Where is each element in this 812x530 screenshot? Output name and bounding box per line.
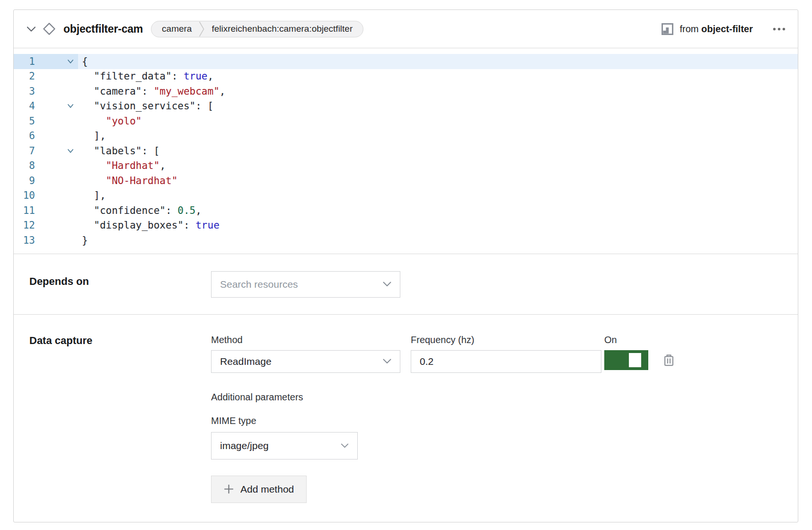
capture-method-row: Method ReadImage Frequency (hz) On: [211, 335, 798, 373]
code-line[interactable]: 2 "filter_data": true,: [14, 69, 798, 84]
data-capture-heading: Data capture: [29, 335, 211, 347]
collapse-chevron-icon[interactable]: [26, 26, 36, 32]
line-gutter: 12: [14, 218, 78, 233]
chevron-down-icon: [383, 359, 391, 364]
code-line[interactable]: 1{: [14, 54, 798, 69]
line-gutter: 10: [14, 188, 78, 203]
code-line[interactable]: 4 "vision_services": [: [14, 99, 798, 114]
toggle-row: [604, 350, 675, 370]
component-diamond-icon: [42, 22, 56, 36]
line-number: 9: [14, 175, 35, 186]
add-method-label: Add method: [240, 484, 294, 495]
line-gutter: 5: [14, 114, 78, 129]
depends-on-left: Depends on: [14, 271, 211, 288]
from-module-label: from object-filter: [680, 24, 753, 35]
code-text: {: [78, 54, 798, 69]
line-gutter: 2: [14, 69, 78, 84]
line-gutter: 9: [14, 173, 78, 188]
line-number: 3: [14, 86, 35, 97]
json-editor[interactable]: 1{2 "filter_data": true,3 "camera": "my_…: [14, 48, 798, 254]
line-number: 5: [14, 115, 35, 127]
capture-toggle-field: On: [604, 335, 675, 370]
frequency-input[interactable]: [411, 350, 601, 373]
depends-on-section: Depends on Search resources: [14, 254, 798, 314]
frequency-field: Frequency (hz): [411, 335, 601, 373]
code-text: "vision_services": [: [78, 99, 798, 114]
line-number: 4: [14, 100, 35, 112]
code-text: "yolo": [78, 114, 798, 129]
line-number: 12: [14, 220, 35, 231]
method-value: ReadImage: [220, 356, 272, 367]
line-gutter: 6: [14, 129, 78, 144]
line-gutter: 11: [14, 203, 78, 218]
code-line[interactable]: 9 "NO-Hardhat": [14, 173, 798, 188]
line-gutter: 13: [14, 233, 78, 248]
line-gutter: 8: [14, 159, 78, 174]
resource-title: objectfilter-cam: [63, 23, 143, 35]
code-line[interactable]: 13}: [14, 233, 798, 248]
data-capture-section: Data capture Method ReadImage Frequency …: [14, 314, 798, 522]
method-select[interactable]: ReadImage: [211, 350, 400, 373]
mime-type-label: MIME type: [211, 415, 798, 426]
line-number: 6: [14, 130, 35, 141]
capture-on-label: On: [604, 335, 675, 344]
code-text: "labels": [: [78, 143, 798, 159]
resource-type-label: camera: [162, 24, 192, 34]
code-line[interactable]: 11 "confidence": 0.5,: [14, 203, 798, 218]
line-gutter: 1: [14, 54, 78, 69]
method-field: Method ReadImage: [211, 335, 400, 373]
mime-type-select[interactable]: image/jpeg: [211, 432, 358, 459]
pill-divider-icon: [199, 21, 204, 37]
add-method-button[interactable]: Add method: [211, 476, 307, 503]
resource-card: objectfilter-cam camera felixreichenbach…: [13, 9, 798, 522]
chevron-down-icon: [341, 443, 349, 448]
chevron-down-icon: [383, 282, 391, 287]
line-gutter: 4: [14, 99, 78, 114]
depends-on-placeholder: Search resources: [220, 279, 298, 290]
line-gutter: 7: [14, 143, 78, 159]
method-label: Method: [211, 335, 400, 344]
code-text: "Hardhat",: [78, 159, 798, 174]
code-text: "filter_data": true,: [78, 69, 798, 84]
fold-chevron-icon[interactable]: [35, 149, 78, 153]
code-text: "camera": "my_webcam",: [78, 84, 798, 99]
ellipsis-menu-icon[interactable]: [773, 27, 786, 31]
code-line[interactable]: 7 "labels": [: [14, 143, 798, 159]
module-icon: [661, 23, 674, 35]
depends-on-heading: Depends on: [29, 275, 211, 288]
from-module-name: object-filter: [701, 24, 753, 34]
code-text: "confidence": 0.5,: [78, 203, 798, 218]
card-header: objectfilter-cam camera felixreichenbach…: [14, 10, 798, 48]
trash-icon[interactable]: [663, 353, 675, 367]
toggle-knob: [629, 353, 641, 367]
code-text: ],: [78, 129, 798, 144]
depends-on-select[interactable]: Search resources: [211, 271, 400, 298]
code-text: "NO-Hardhat": [78, 173, 798, 188]
capture-on-toggle[interactable]: [604, 350, 648, 370]
line-number: 13: [14, 235, 35, 246]
code-line[interactable]: 8 "Hardhat",: [14, 159, 798, 174]
code-text: "display_boxes": true: [78, 218, 798, 233]
line-gutter: 3: [14, 84, 78, 99]
data-capture-left: Data capture: [14, 335, 211, 347]
resource-model-label: felixreichenbach:camera:objectfilter: [212, 24, 353, 34]
fold-chevron-icon[interactable]: [35, 59, 78, 64]
code-line[interactable]: 6 ],: [14, 129, 798, 144]
plus-icon: [224, 484, 234, 494]
line-number: 7: [14, 145, 35, 157]
line-number: 11: [14, 205, 35, 216]
additional-params-label: Additional parameters: [211, 392, 798, 403]
frequency-label: Frequency (hz): [411, 335, 601, 344]
code-line[interactable]: 3 "camera": "my_webcam",: [14, 84, 798, 99]
code-text: ],: [78, 188, 798, 203]
code-line[interactable]: 10 ],: [14, 188, 798, 203]
mime-type-value: image/jpeg: [220, 440, 269, 451]
fold-chevron-icon[interactable]: [35, 104, 78, 108]
line-number: 8: [14, 160, 35, 171]
line-number: 1: [14, 56, 35, 67]
line-number: 2: [14, 71, 35, 82]
code-line[interactable]: 5 "yolo": [14, 114, 798, 129]
from-prefix: from: [680, 24, 699, 34]
code-line[interactable]: 12 "display_boxes": true: [14, 218, 798, 233]
code-text: }: [78, 233, 798, 248]
